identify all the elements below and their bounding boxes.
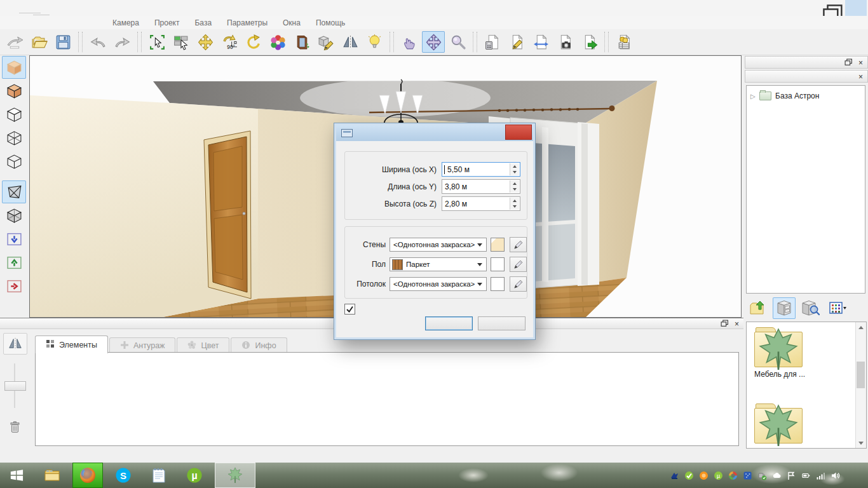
toolbar-price-list-button[interactable] (613, 31, 635, 53)
toolbar-open-button[interactable] (27, 31, 50, 53)
toolbar-dimensions-button[interactable] (529, 31, 552, 53)
panel-header-folder-tree[interactable]: × (745, 70, 868, 83)
view-wireframe-button[interactable] (2, 126, 26, 149)
material-ceiling-swatch[interactable] (491, 277, 504, 291)
toolbar-rotate-button[interactable] (242, 31, 265, 53)
material-walls-edit-button[interactable] (510, 237, 527, 252)
start-button[interactable] (1, 463, 32, 488)
float-panel-icon[interactable] (721, 320, 729, 328)
view-arrow-down-button[interactable] (2, 227, 26, 250)
module-folder-item[interactable] (754, 403, 805, 443)
expand-arrow-icon[interactable]: ▷ (750, 93, 759, 100)
toolbar-zoom-button[interactable] (446, 31, 469, 53)
checkbox-box[interactable] (344, 304, 355, 315)
menu-item-camera[interactable]: Камера (105, 18, 147, 27)
tree-item-base-astron[interactable]: ▷ База Астрон (750, 92, 865, 100)
toolbar-redo-button[interactable] (111, 31, 133, 53)
spin-up-icon[interactable] (510, 180, 519, 187)
field-height-input[interactable]: 2,80 м (442, 196, 520, 211)
toolbar-materials-button[interactable] (266, 31, 289, 53)
spin-down-icon[interactable] (510, 204, 519, 210)
tab-info[interactable]: Инфо (231, 337, 287, 353)
elements-tab-content[interactable] (35, 352, 739, 446)
toolbar-edit-module-button[interactable] (315, 31, 337, 53)
list-scrollbar[interactable] (855, 322, 866, 448)
module-folder-item[interactable]: Мебель для ... (754, 327, 805, 379)
view-perspective-button[interactable] (2, 180, 26, 203)
menu-item-windows[interactable]: Окна (275, 18, 308, 27)
view-axonometric-button[interactable] (2, 204, 26, 227)
toolbar-rotate-90-button[interactable]: 90° (218, 31, 241, 53)
close-button[interactable] (845, 0, 867, 16)
material-ceiling-edit-button[interactable] (510, 276, 527, 292)
menu-item-help[interactable]: Помощь (308, 18, 353, 27)
close-panel-icon[interactable]: × (857, 58, 865, 67)
spin-down-icon[interactable] (510, 170, 519, 176)
field-width-input[interactable]: 5,50 м (442, 162, 520, 177)
toolbar-select-button[interactable] (146, 31, 168, 53)
taskbar-app-notepad[interactable] (144, 463, 174, 488)
cabinet-search-button[interactable] (799, 297, 822, 319)
taskbar-app-explorer[interactable] (37, 463, 67, 488)
taskbar-app-firefox[interactable] (72, 463, 103, 488)
toolbar-snapshot-button[interactable] (553, 31, 576, 53)
scroll-down-icon[interactable] (856, 438, 866, 448)
close-panel-icon[interactable]: × (857, 72, 865, 81)
toolbar-edit-doc-button[interactable] (505, 31, 528, 53)
view-solid-button[interactable] (2, 56, 26, 79)
toolbar-save-button[interactable] (51, 31, 74, 53)
toolbar-mirror-button[interactable] (339, 31, 362, 53)
tray-cloud-icon[interactable] (771, 470, 782, 480)
toolbar-light-button[interactable] (363, 31, 386, 53)
material-floor-edit-button[interactable] (510, 257, 527, 272)
tray-orange-icon[interactable] (698, 470, 709, 480)
close-panel-icon[interactable]: × (733, 320, 741, 328)
view-hidden-line-button[interactable] (2, 103, 26, 126)
float-panel-icon[interactable] (844, 58, 853, 67)
tab-elements[interactable]: Элементы (35, 336, 108, 353)
tab-color[interactable]: Цвет (177, 337, 229, 353)
view-shaded-button[interactable] (2, 79, 26, 102)
minimize-button[interactable] (801, 0, 822, 16)
material-floor-select[interactable]: Паркет (390, 257, 487, 271)
taskbar-app-astron[interactable] (215, 463, 255, 488)
toolbar-move-button[interactable] (194, 31, 217, 53)
panel-header-module-base[interactable]: × (745, 56, 868, 69)
spin-up-icon[interactable] (510, 198, 519, 204)
mirror-module-button[interactable] (3, 333, 27, 355)
tray-blue-square-icon[interactable] (742, 470, 752, 480)
show-on-new-project-checkbox[interactable] (344, 304, 359, 315)
toolbar-undo-button[interactable] (86, 31, 109, 53)
tray-color-ring-icon[interactable] (728, 470, 738, 480)
taskbar-app-utorrent[interactable]: µ (179, 463, 210, 488)
toolbar-export-button[interactable] (578, 31, 600, 53)
tray-green-check-icon[interactable] (684, 470, 694, 480)
tray-signal-icon[interactable] (815, 470, 825, 480)
tray-utorrent-icon[interactable]: µ (713, 470, 723, 480)
view-arrow-right-button[interactable] (2, 274, 26, 297)
material-walls-swatch[interactable] (491, 238, 504, 252)
tray-blue-icon[interactable] (669, 470, 679, 480)
view-grid-button[interactable] (826, 297, 849, 319)
menu-item-base[interactable]: База (187, 18, 219, 27)
ok-button[interactable] (425, 316, 473, 330)
tray-flag-icon[interactable] (786, 470, 796, 480)
spin-down-icon[interactable] (510, 187, 519, 193)
view-arrow-up-button[interactable] (2, 251, 26, 274)
field-length-input[interactable]: 3,80 м (442, 179, 520, 194)
spin-up-icon[interactable] (510, 163, 519, 170)
maximize-button[interactable] (822, 0, 844, 16)
tab-entourage[interactable]: Антураж (109, 337, 175, 353)
scroll-up-icon[interactable] (856, 322, 866, 332)
toolbar-estimate-button[interactable] (481, 31, 504, 53)
height-slider[interactable] (3, 363, 26, 408)
material-floor-swatch[interactable] (491, 257, 504, 271)
taskbar-app-skype[interactable]: S (108, 463, 139, 488)
toolbar-select-modules-button[interactable] (170, 31, 193, 53)
cancel-button[interactable] (478, 316, 526, 330)
dialog-close-button[interactable] (505, 125, 532, 140)
view-wireframe-2-button[interactable] (2, 150, 26, 173)
material-ceiling-select[interactable]: <Однотонная закраска> (390, 277, 487, 291)
menu-item-project[interactable]: Проект (147, 18, 187, 27)
toolbar-walk-button[interactable] (422, 31, 445, 53)
